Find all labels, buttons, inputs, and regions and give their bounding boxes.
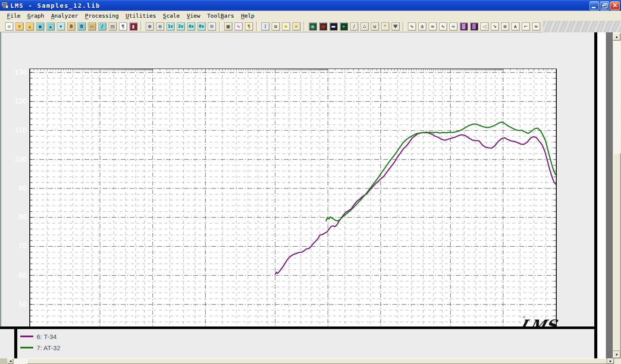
- graph-add-scale-button[interactable]: ±: [417, 22, 427, 31]
- open-memory-8-button[interactable]: 8: [66, 22, 76, 31]
- legend-swatch: [20, 336, 33, 337]
- help-book-button[interactable]: ▮: [129, 22, 138, 31]
- grid-toggle-icon: ⊞: [208, 22, 216, 31]
- horizontal-scrollbar-thumb[interactable]: [27, 358, 607, 364]
- preset-b-button[interactable]: ★: [292, 22, 301, 31]
- open-library-button[interactable]: ▭: [87, 22, 97, 31]
- graph-compare-button[interactable]: ∿: [438, 22, 448, 31]
- open-add-button[interactable]: ▴: [25, 22, 34, 31]
- menu-item-scale[interactable]: Scale: [160, 12, 183, 20]
- gear-settings-button[interactable]: *: [380, 22, 390, 31]
- mic-stand-button[interactable]: Ψ: [391, 22, 400, 31]
- probe-mic-button[interactable]: ∪: [370, 22, 380, 31]
- pane-divider-vertical[interactable]: [594, 32, 597, 358]
- calibration-pen-icon: ∕: [350, 22, 358, 31]
- menu-item-graph[interactable]: Graph: [24, 12, 47, 20]
- title-bar[interactable]: LMS - Samples_12.lib: [0, 0, 621, 11]
- save-as-button[interactable]: ▴: [46, 22, 55, 31]
- save-library-button[interactable]: ∕: [97, 22, 107, 31]
- menu-item-file[interactable]: File: [3, 12, 24, 20]
- legend: 6: T-347: AT-32: [20, 333, 60, 351]
- display-setup-button[interactable]: ▣: [223, 22, 233, 31]
- y-tick-label-110: 110: [9, 126, 27, 135]
- new-file-button[interactable]: ≡: [4, 22, 14, 31]
- cursor-points-button[interactable]: ∴: [360, 22, 369, 31]
- scale-1x-icon: 1x: [166, 22, 175, 31]
- curve-capture-button[interactable]: ∿: [234, 22, 243, 31]
- graph-rolloff-button[interactable]: ↘: [490, 22, 499, 31]
- left-arrow-icon: ◄: [9, 359, 12, 363]
- edit-info-icon: ¶: [119, 22, 127, 31]
- open-file-icon: ▾: [16, 22, 24, 31]
- save-file-button[interactable]: ▪: [35, 22, 45, 31]
- toolbar-group-display-group: ▣∿¶: [223, 22, 254, 31]
- toolbar-group-setup-group: ⋮≡★★: [260, 22, 301, 31]
- graph-smoothing-icon: ≃: [449, 22, 458, 31]
- zoom-in-button[interactable]: ⊕: [145, 22, 154, 31]
- open-file-button[interactable]: ▾: [15, 22, 24, 31]
- graph-waterfall-button[interactable]: ▓: [459, 22, 468, 31]
- scroll-up-button[interactable]: ▲: [613, 33, 621, 41]
- toolbar-group-file-group: ≡▾▴▪▴▾88▭∕▤¶▮: [4, 22, 138, 31]
- legend-item-1[interactable]: 7: AT-32: [20, 344, 60, 351]
- graph-sequence-icon: ≡: [501, 22, 509, 31]
- analyzer-display-button[interactable]: ◉: [308, 22, 317, 31]
- graph-step-button[interactable]: ⌐: [521, 22, 530, 31]
- graph-sequence-button[interactable]: ≡: [500, 22, 510, 31]
- legend-item-0[interactable]: 6: T-34: [20, 333, 60, 340]
- scroll-left-button[interactable]: ◄: [7, 358, 13, 364]
- minimize-button[interactable]: [590, 1, 599, 10]
- zoom-out-button[interactable]: ⊖: [155, 22, 165, 31]
- y-tick-label-100: 100: [9, 155, 27, 164]
- y-tick-label-90: 90: [9, 184, 27, 193]
- stop-button-button[interactable]: ▬: [329, 22, 338, 31]
- graph-spectrum-button[interactable]: ▓: [469, 22, 479, 31]
- restore-button[interactable]: [600, 1, 609, 10]
- notes-pad-button[interactable]: ¶: [244, 22, 254, 31]
- menu-item-analyzer[interactable]: Analyzer: [47, 12, 82, 20]
- sweep-setup-icon: ⋮: [261, 22, 270, 31]
- grid-toggle-button[interactable]: ⊞: [207, 22, 216, 31]
- scroll-right-button[interactable]: ►: [607, 358, 614, 364]
- edit-info-button[interactable]: ¶: [118, 22, 128, 31]
- scale-8x-button[interactable]: 8x: [197, 22, 206, 31]
- plot-area[interactable]: [29, 69, 557, 334]
- curve-capture-icon: ∿: [235, 22, 243, 31]
- graph-multi-curve-button[interactable]: ≈: [531, 22, 541, 31]
- menu-item-view[interactable]: View: [183, 12, 204, 20]
- vertical-scrollbar-thumb[interactable]: [613, 153, 621, 351]
- graph-peaks-button[interactable]: ∧: [511, 22, 520, 31]
- menu-item-help[interactable]: Help: [238, 12, 258, 20]
- graph-smoothing-button[interactable]: ≃: [448, 22, 458, 31]
- y-tick-label-120: 120: [9, 97, 27, 106]
- sweep-setup-button[interactable]: ⋮: [260, 22, 270, 31]
- scale-1x-button[interactable]: 1x: [166, 22, 175, 31]
- analyzer-display-icon: ◉: [309, 22, 317, 31]
- parameter-list-button[interactable]: ≡: [271, 22, 280, 31]
- graph-audio-out-button[interactable]: ◁: [480, 22, 489, 31]
- graph-overlay-button[interactable]: ≈: [428, 22, 437, 31]
- graph-add-scale-icon: ±: [418, 22, 427, 31]
- graph-response-button[interactable]: ∿: [407, 22, 417, 31]
- save-memory-8-button[interactable]: 8: [77, 22, 86, 31]
- signal-pattern-button[interactable]: +: [339, 22, 348, 31]
- preset-b-icon: ★: [292, 22, 301, 31]
- window-edge-strip: [606, 32, 613, 358]
- parameter-list-icon: ≡: [272, 22, 280, 31]
- toolbar-separator: [256, 22, 258, 31]
- menu-item-toolbars[interactable]: ToolBars: [204, 12, 238, 20]
- close-button[interactable]: [610, 1, 620, 10]
- export-file-button[interactable]: ▾: [56, 22, 66, 31]
- y-tick-label-80: 80: [9, 213, 27, 222]
- scroll-down-button[interactable]: ▼: [613, 351, 621, 358]
- calibration-pen-button[interactable]: ∕: [349, 22, 359, 31]
- record-button-button[interactable]: ●: [318, 22, 328, 31]
- scale-4x-button[interactable]: 4x: [186, 22, 196, 31]
- menu-item-utilities[interactable]: Utilities: [122, 12, 159, 20]
- preset-a-button[interactable]: ★: [281, 22, 291, 31]
- window-title: LMS - Samples_12.lib: [10, 2, 100, 9]
- scale-2x-button[interactable]: 2x: [176, 22, 185, 31]
- y-tick-label-130: 130: [9, 68, 27, 77]
- menu-item-processing[interactable]: Processing: [82, 12, 122, 20]
- print-button[interactable]: ▤: [108, 22, 117, 31]
